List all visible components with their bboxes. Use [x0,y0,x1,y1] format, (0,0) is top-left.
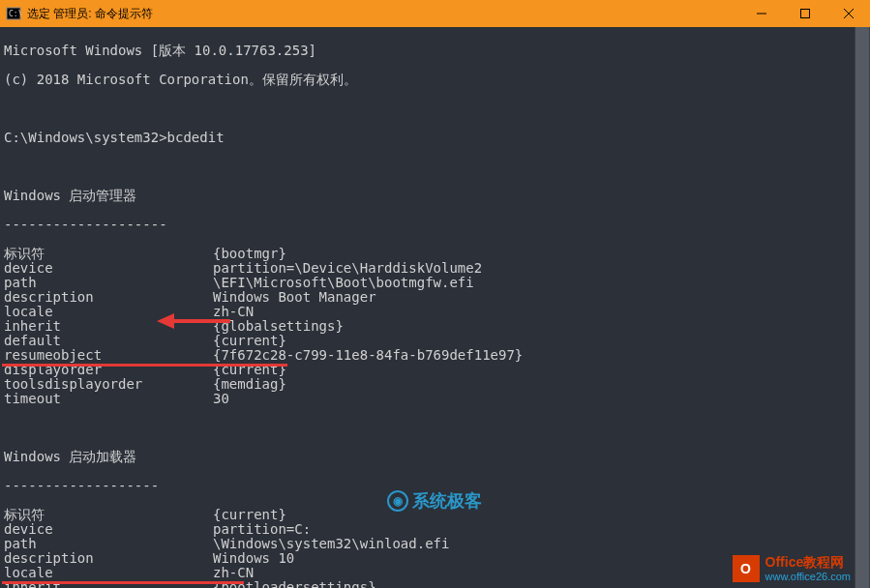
output-row: path\Windows\system32\winload.efi [4,537,866,551]
field-key: description [4,290,213,305]
field-value: {current} [213,508,286,522]
field-key: resumeobject [4,348,213,363]
output-row: resumeobject{7f672c28-c799-11e8-84fa-b76… [4,348,866,363]
cmd-icon: C:\ [6,6,21,21]
field-value: \EFI\Microsoft\Boot\bootmgfw.efi [213,276,474,290]
output-row: path\EFI\Microsoft\Boot\bootmgfw.efi [4,276,866,290]
output-row: timeout30 [4,392,866,406]
separator: -------------------- [4,218,866,232]
section-boot-loader: Windows 启动加载器 [4,450,866,464]
output-row: devicepartition=\Device\HarddiskVolume2 [4,261,866,276]
close-button[interactable] [826,0,870,27]
output-row: devicepartition=C: [4,522,866,537]
field-key: inherit [4,319,213,334]
field-key: default [4,334,213,348]
field-value: {globalsettings} [213,319,344,334]
output-row: inherit{bootloadersettings} [4,580,866,588]
field-value: \Windows\system32\winload.efi [213,537,449,551]
titlebar: C:\ 选定 管理员: 命令提示符 [0,0,870,27]
maximize-button[interactable] [783,0,826,27]
field-value: partition=\Device\HarddiskVolume2 [213,261,482,276]
field-value: 30 [213,392,229,406]
output-row: 标识符{current} [4,508,866,522]
output-row: localezh-CN [4,305,866,319]
svg-text:C:\: C:\ [9,10,21,18]
field-key: path [4,537,213,551]
field-value: {7f672c28-c799-11e8-84fa-b769def11e97} [213,348,523,363]
version-line: Microsoft Windows [版本 10.0.17763.253] [4,44,866,58]
output-row: default{current} [4,334,866,348]
field-value: {current} [213,363,286,377]
field-value: {memdiag} [213,377,286,392]
window-controls [739,0,870,27]
field-key: locale [4,305,213,319]
section-boot-manager: Windows 启动管理器 [4,189,866,203]
field-key: timeout [4,392,213,406]
field-key: inherit [4,580,213,588]
field-key: description [4,551,213,566]
output-row: descriptionWindows Boot Manager [4,290,866,305]
field-key: 标识符 [4,247,213,261]
field-key: displayorder [4,363,213,377]
field-key: device [4,261,213,276]
terminal-output[interactable]: Microsoft Windows [版本 10.0.17763.253] (c… [0,27,870,588]
field-value: Windows Boot Manager [213,290,376,305]
copyright-line: (c) 2018 Microsoft Corporation。保留所有权利。 [4,73,866,87]
field-key: locale [4,566,213,580]
output-row: localezh-CN [4,566,866,580]
scrollbar-thumb[interactable] [855,27,869,588]
scrollbar[interactable] [855,27,870,588]
field-value: partition=C: [213,522,311,537]
output-row: 标识符{bootmgr} [4,247,866,261]
output-row: descriptionWindows 10 [4,551,866,566]
output-row: displayorder{current} [4,363,866,377]
svg-rect-3 [800,10,809,18]
field-key: device [4,522,213,537]
field-value: {bootmgr} [213,247,286,261]
field-key: 标识符 [4,508,213,522]
output-row: inherit{globalsettings} [4,319,866,334]
field-value: zh-CN [213,566,254,580]
minimize-button[interactable] [739,0,783,27]
field-value: {current} [213,334,286,348]
window-title: 选定 管理员: 命令提示符 [27,6,739,22]
prompt-bcdedit: C:\Windows\system32>bcdedit [4,131,866,145]
field-value: zh-CN [213,305,254,319]
field-key: path [4,276,213,290]
field-key: toolsdisplayorder [4,377,213,392]
separator: ------------------- [4,479,866,493]
field-value: {bootloadersettings} [213,580,376,588]
output-row: toolsdisplayorder{memdiag} [4,377,866,392]
field-value: Windows 10 [213,551,294,566]
